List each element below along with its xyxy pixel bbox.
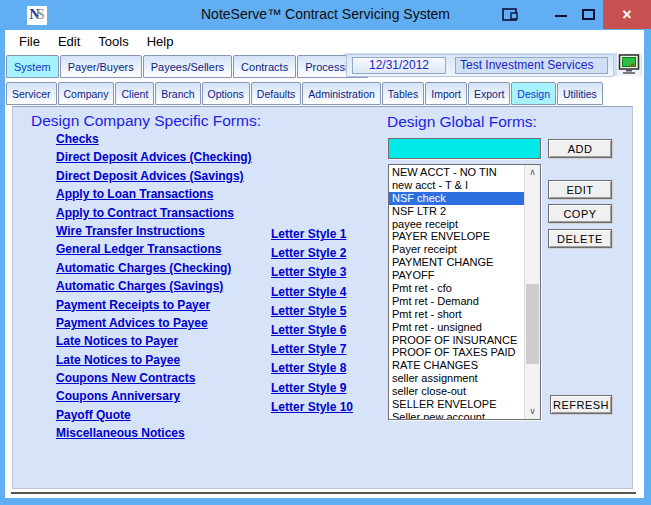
- secondary-tab[interactable]: Import: [425, 82, 467, 105]
- list-item[interactable]: seller assignment: [389, 372, 524, 385]
- company-form-link[interactable]: Late Notices to Payer: [56, 332, 252, 350]
- list-item[interactable]: PROOF OF TAXES PAID: [389, 346, 524, 359]
- date-field[interactable]: 12/31/2012: [352, 57, 446, 74]
- company-form-link[interactable]: General Ledger Transactions: [56, 240, 252, 258]
- edit-button[interactable]: EDIT: [548, 180, 612, 199]
- list-item[interactable]: NSF check: [389, 192, 524, 205]
- scrollbar-thumb[interactable]: [526, 284, 539, 364]
- list-item[interactable]: PAYOFF: [389, 269, 524, 282]
- add-button[interactable]: ADD: [548, 139, 612, 158]
- letter-style-link[interactable]: Letter Style 3: [271, 263, 353, 282]
- list-item[interactable]: new acct - T & I: [389, 179, 524, 192]
- menu-item[interactable]: Edit: [49, 34, 89, 49]
- secondary-tab-strip: ServicerCompanyClientBranchOptionsDefaul…: [6, 81, 643, 105]
- company-form-link[interactable]: Coupons Anniversary: [56, 387, 252, 405]
- global-forms-heading: Design Global Forms:: [387, 113, 537, 131]
- secondary-tab[interactable]: Administration: [302, 82, 381, 105]
- list-item[interactable]: RATE CHANGES: [389, 359, 524, 372]
- list-item[interactable]: Pmt ret - unsigned: [389, 321, 524, 334]
- primary-tab[interactable]: Contracts: [233, 55, 296, 78]
- secondary-tab[interactable]: Utilities: [557, 82, 603, 105]
- secondary-tab[interactable]: Company: [58, 82, 115, 105]
- delete-button[interactable]: DELETE: [548, 229, 612, 248]
- company-form-link[interactable]: Payment Receipts to Payer: [56, 296, 252, 314]
- window-title: NoteServe™ Contract Servicing System: [0, 6, 651, 22]
- copy-button[interactable]: COPY: [548, 204, 612, 223]
- secondary-tab[interactable]: Servicer: [6, 82, 57, 105]
- letter-style-link[interactable]: Letter Style 9: [271, 379, 353, 398]
- refresh-button[interactable]: REFRESH: [550, 395, 612, 414]
- list-item[interactable]: NSF LTR 2: [389, 205, 524, 218]
- maximize-button[interactable]: [582, 9, 595, 20]
- company-form-link[interactable]: Direct Deposit Advices (Checking): [56, 148, 252, 166]
- company-form-link[interactable]: Miscellaneous Notices: [56, 424, 252, 442]
- app-window: NS NoteServe™ Contract Servicing System …: [0, 0, 651, 505]
- secondary-tab[interactable]: Options: [202, 82, 250, 105]
- secondary-tab[interactable]: Client: [115, 82, 154, 105]
- list-item[interactable]: Pmt ret - short: [389, 308, 524, 321]
- list-item[interactable]: Pmt ret - Demand: [389, 295, 524, 308]
- menu-item[interactable]: Help: [138, 34, 183, 49]
- secondary-tab[interactable]: Export: [468, 82, 510, 105]
- list-item[interactable]: Pmt ret - cfo: [389, 282, 524, 295]
- monitor-button[interactable]: [617, 53, 641, 76]
- list-item[interactable]: seller close-out: [389, 385, 524, 398]
- company-form-link[interactable]: Payment Advices to Payee: [56, 314, 252, 332]
- company-form-link[interactable]: Checks: [56, 130, 252, 148]
- minimize-button[interactable]: [555, 15, 567, 17]
- primary-tab-strip: SystemPayer/BuyersPayees/SellersContract…: [6, 55, 369, 78]
- listbox-scrollbar[interactable]: ∧ ∨: [524, 165, 540, 419]
- secondary-tab[interactable]: Tables: [382, 82, 424, 105]
- company-field[interactable]: Test Investment Services: [455, 57, 608, 74]
- letter-style-link[interactable]: Letter Style 10: [271, 398, 353, 417]
- listbox-items: NEW ACCT - NO TINnew acct - T & INSF che…: [389, 166, 524, 419]
- scroll-down-icon[interactable]: ∨: [525, 404, 540, 418]
- list-item[interactable]: payee receipt: [389, 218, 524, 231]
- toolbar-field-panel: 12/31/2012 Test Investment Services: [346, 54, 614, 77]
- monitor-icon: [618, 54, 640, 75]
- company-form-link[interactable]: Automatic Charges (Checking): [56, 259, 252, 277]
- letter-style-link[interactable]: Letter Style 5: [271, 302, 353, 321]
- list-item[interactable]: Payer receipt: [389, 243, 524, 256]
- menu-item[interactable]: File: [10, 34, 49, 49]
- design-forms-panel: Design Company Specific Forms: ChecksDir…: [12, 106, 633, 489]
- menu-item[interactable]: Tools: [89, 34, 137, 49]
- secondary-tab[interactable]: Branch: [155, 82, 200, 105]
- company-form-link[interactable]: Direct Deposit Advices (Savings): [56, 167, 252, 185]
- letter-style-link-list: Letter Style 1Letter Style 2Letter Style…: [271, 225, 353, 417]
- company-form-link[interactable]: Wire Transfer Instructions: [56, 222, 252, 240]
- list-item[interactable]: SELLER ENVELOPE: [389, 398, 524, 411]
- close-button[interactable]: ×: [603, 0, 651, 29]
- primary-tab[interactable]: Payees/Sellers: [143, 55, 232, 78]
- company-form-link[interactable]: Apply to Contract Transactions: [56, 204, 252, 222]
- system-window-icon[interactable]: [502, 8, 518, 22]
- scroll-up-icon[interactable]: ∧: [525, 165, 540, 179]
- secondary-tab[interactable]: Design: [511, 82, 556, 105]
- secondary-tab[interactable]: Defaults: [251, 82, 302, 105]
- new-form-name-input[interactable]: [388, 138, 541, 159]
- letter-style-link[interactable]: Letter Style 7: [271, 340, 353, 359]
- list-item[interactable]: PAYMENT CHANGE: [389, 256, 524, 269]
- primary-tab[interactable]: System: [6, 55, 59, 78]
- letter-style-link[interactable]: Letter Style 8: [271, 359, 353, 378]
- list-item[interactable]: NEW ACCT - NO TIN: [389, 166, 524, 179]
- company-form-link[interactable]: Apply to Loan Transactions: [56, 185, 252, 203]
- close-icon: ×: [622, 6, 631, 24]
- letter-style-link[interactable]: Letter Style 4: [271, 283, 353, 302]
- letter-style-link[interactable]: Letter Style 1: [271, 225, 353, 244]
- list-item[interactable]: Seller new account: [389, 411, 524, 419]
- primary-tab[interactable]: Payer/Buyers: [60, 55, 142, 78]
- status-divider: [11, 492, 636, 494]
- global-forms-listbox[interactable]: NEW ACCT - NO TINnew acct - T & INSF che…: [388, 164, 541, 420]
- list-item[interactable]: PAYER ENVELOPE: [389, 230, 524, 243]
- company-form-link[interactable]: Late Notices to Payee: [56, 351, 252, 369]
- company-form-link[interactable]: Payoff Quote: [56, 406, 252, 424]
- letter-style-link[interactable]: Letter Style 6: [271, 321, 353, 340]
- letter-style-link[interactable]: Letter Style 2: [271, 244, 353, 263]
- company-form-link[interactable]: Coupons New Contracts: [56, 369, 252, 387]
- list-item[interactable]: PROOF OF INSURANCE: [389, 334, 524, 347]
- company-form-link[interactable]: Automatic Charges (Savings): [56, 277, 252, 295]
- title-bar: NS NoteServe™ Contract Servicing System …: [0, 0, 651, 30]
- company-forms-heading: Design Company Specific Forms:: [31, 112, 261, 130]
- menu-bar: FileEditToolsHelp: [5, 30, 644, 53]
